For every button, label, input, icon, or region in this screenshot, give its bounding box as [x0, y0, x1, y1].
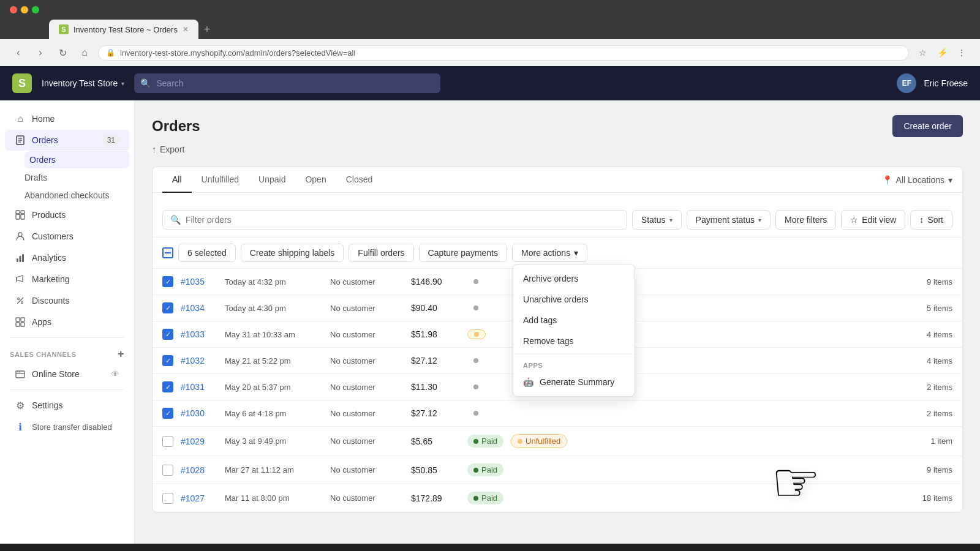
extensions-button[interactable]: ⚡: [933, 44, 951, 61]
order-items-1027: 18 items: [922, 493, 952, 503]
status-dot: [474, 332, 479, 337]
reload-button[interactable]: ↻: [54, 44, 71, 61]
locations-selector[interactable]: 📍 All Locations ▾: [882, 175, 952, 185]
edit-view-button[interactable]: ☆ Edit view: [841, 210, 905, 230]
order-date-1031: May 20 at 5:37 pm: [225, 383, 323, 392]
sidebar-item-discounts[interactable]: Discounts: [5, 290, 129, 311]
add-tags-item[interactable]: Add tags: [513, 310, 635, 331]
sidebar-item-marketing[interactable]: Marketing: [5, 269, 129, 290]
customers-icon: [15, 231, 26, 242]
sidebar-sub-orders[interactable]: Orders: [24, 151, 129, 168]
eye-icon[interactable]: 👁: [111, 369, 119, 379]
order-date-1028: Mar 27 at 11:12 am: [225, 465, 323, 474]
row-checkbox-1031[interactable]: [162, 381, 173, 392]
status-dot: [473, 439, 478, 444]
close-window-button[interactable]: [10, 6, 17, 13]
tab-open[interactable]: Open: [295, 167, 336, 193]
add-sales-channel-button[interactable]: +: [118, 348, 124, 361]
tab-unfulfilled[interactable]: Unfulfilled: [192, 167, 249, 193]
svg-point-13: [18, 298, 20, 300]
store-name[interactable]: Inventory Test Store ▾: [42, 78, 124, 88]
tab-all[interactable]: All: [162, 167, 192, 193]
sidebar-item-home[interactable]: ⌂ Home: [5, 108, 129, 129]
shopify-app: S Inventory Test Store ▾ 🔍 EF Eric Froes…: [0, 66, 980, 544]
remove-tags-item[interactable]: Remove tags: [513, 331, 635, 351]
sidebar-item-online-store[interactable]: Online Store 👁: [5, 364, 129, 384]
create-shipping-labels-button[interactable]: Create shipping labels: [241, 244, 344, 262]
page-title: Orders: [152, 118, 200, 135]
status-filter-button[interactable]: Status ▾: [632, 210, 682, 230]
new-tab-button[interactable]: +: [198, 21, 216, 38]
fulfill-orders-button[interactable]: Fulfill orders: [349, 244, 413, 262]
address-bar[interactable]: 🔒 inventory-test-store.myshopify.com/adm…: [98, 45, 909, 61]
sort-button[interactable]: ↕ Sort: [910, 210, 952, 230]
bulk-select-checkbox[interactable]: [162, 247, 173, 258]
tab-closed[interactable]: Closed: [336, 167, 383, 193]
status-dot: [473, 496, 478, 501]
user-avatar[interactable]: EF: [897, 73, 916, 93]
order-number-1035[interactable]: #1035: [181, 277, 217, 287]
row-checkbox-1030[interactable]: [162, 408, 173, 419]
home-button[interactable]: ⌂: [76, 44, 93, 61]
sidebar-sub-abandoned[interactable]: Abandoned checkouts: [24, 187, 129, 204]
create-order-button[interactable]: Create order: [892, 115, 963, 137]
svg-rect-17: [21, 318, 24, 321]
sales-channels-text: SALES CHANNELS: [10, 351, 77, 358]
more-filters-label: More filters: [785, 215, 827, 225]
row-checkbox-1035[interactable]: [162, 276, 173, 287]
order-total-1031: $11.30: [411, 382, 460, 392]
status-dot: [473, 411, 478, 416]
tab-close-button[interactable]: ✕: [183, 25, 189, 34]
payment-status-filter-button[interactable]: Payment status ▾: [687, 210, 771, 230]
tab-unpaid[interactable]: Unpaid: [249, 167, 295, 193]
sidebar-item-products[interactable]: Products: [5, 204, 129, 225]
search-input[interactable]: [134, 73, 440, 93]
forward-button[interactable]: ›: [32, 44, 49, 61]
row-checkbox-1033[interactable]: [162, 329, 173, 340]
back-button[interactable]: ‹: [10, 44, 27, 61]
maximize-window-button[interactable]: [32, 6, 39, 13]
minimize-window-button[interactable]: [21, 6, 28, 13]
order-number-1032[interactable]: #1032: [181, 356, 217, 365]
settings-label: Settings: [32, 400, 63, 410]
sidebar: ⌂ Home Orders 31 Orders Drafts Abandoned…: [0, 100, 135, 544]
order-number-1033[interactable]: #1033: [181, 329, 217, 339]
order-items-1030: 2 items: [927, 409, 952, 418]
order-number-1027[interactable]: #1027: [181, 493, 217, 503]
order-number-1031[interactable]: #1031: [181, 382, 217, 392]
order-number-1034[interactable]: #1034: [181, 303, 217, 313]
more-actions-button[interactable]: More actions ▾ Archive orders Unarchive …: [512, 244, 587, 262]
order-number-1030[interactable]: #1030: [181, 408, 217, 418]
browser-tab-active[interactable]: S Inventory Test Store ~ Orders ✕: [49, 20, 198, 39]
sidebar-item-settings[interactable]: ⚙ Settings: [5, 395, 129, 416]
bookmark-button[interactable]: ☆: [914, 44, 931, 61]
sidebar-marketing-label: Marketing: [32, 274, 69, 284]
sidebar-item-orders[interactable]: Orders 31: [5, 130, 129, 151]
status-dot: [473, 384, 478, 389]
filter-orders-input[interactable]: [186, 215, 619, 225]
sidebar-item-analytics[interactable]: Analytics: [5, 247, 129, 268]
row-checkbox-1032[interactable]: [162, 355, 173, 366]
sidebar-sub-drafts[interactable]: Drafts: [24, 169, 129, 186]
info-icon: ℹ: [15, 421, 26, 432]
sidebar-item-customers[interactable]: Customers: [5, 226, 129, 247]
order-number-1029[interactable]: #1029: [181, 437, 217, 446]
row-checkbox-1027[interactable]: [162, 493, 173, 504]
row-checkbox-1029[interactable]: [162, 436, 173, 447]
generate-summary-item[interactable]: 🤖 Generate Summary: [513, 372, 635, 392]
more-filters-button[interactable]: More filters: [775, 210, 836, 230]
sidebar-item-apps[interactable]: Apps: [5, 312, 129, 332]
tabs-bar: All Unfulfilled Unpaid Open Closed 📍 All…: [153, 167, 962, 193]
row-checkbox-1034[interactable]: [162, 302, 173, 313]
order-total-1028: $50.85: [411, 465, 460, 475]
order-number-1028[interactable]: #1028: [181, 465, 217, 475]
paid-label: Paid: [481, 437, 497, 446]
svg-rect-10: [20, 256, 21, 262]
export-button[interactable]: ↑ Export: [152, 142, 963, 157]
archive-orders-item[interactable]: Archive orders: [513, 268, 635, 289]
status-dot: [473, 279, 478, 284]
unarchive-orders-item[interactable]: Unarchive orders: [513, 289, 635, 310]
capture-payments-button[interactable]: Capture payments: [419, 244, 507, 262]
row-checkbox-1028[interactable]: [162, 465, 173, 476]
menu-button[interactable]: ⋮: [953, 44, 970, 61]
